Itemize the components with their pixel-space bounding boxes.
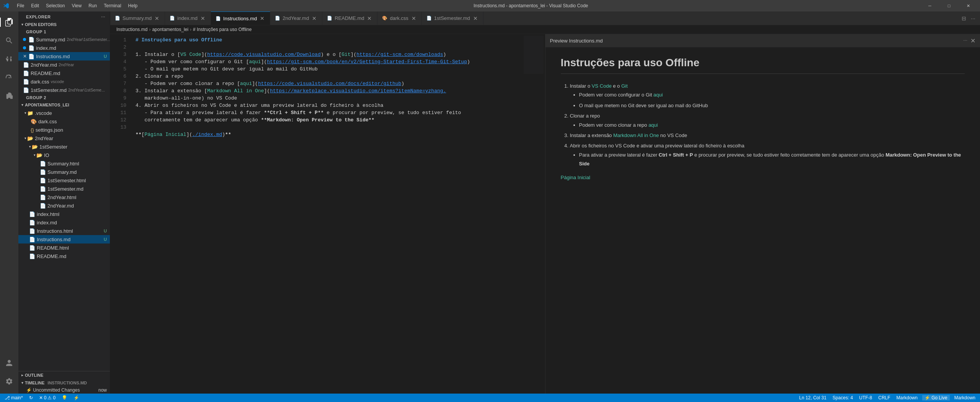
minimize-button[interactable]: ─	[921, 0, 939, 11]
folder-vscode[interactable]: ▾ 📁 .vscode	[18, 109, 110, 117]
open-file-summary-md[interactable]: 📄 Summary.md 2ndYear\1stSemester...	[18, 35, 110, 44]
go-live-item[interactable]: ⚡ Go Live	[922, 395, 950, 400]
markdown-all-in-one-link[interactable]: Markdown All in One	[613, 132, 659, 138]
activity-settings[interactable]	[0, 372, 18, 391]
timeline-uncommitted[interactable]: ⚡ Uncommitted Changes now	[18, 387, 110, 394]
tab-summary-md[interactable]: 📄 Summary.md ✕	[110, 11, 165, 25]
go-live-label: ⚡ Go Live	[924, 395, 947, 400]
file-instructions-html[interactable]: 📄 Instructions.html U	[18, 227, 110, 235]
open-editors-toggle[interactable]: ▾ Open Editors	[18, 21, 110, 28]
file-dark-css[interactable]: 🎨 dark.css	[18, 117, 110, 126]
markdown-item[interactable]: Markdown	[953, 395, 977, 400]
file-icon: 📄	[40, 161, 46, 167]
file-2ndyear-html[interactable]: 📄 2ndYear.html	[18, 193, 110, 201]
tab-close-button-2[interactable]: ✕	[200, 15, 206, 21]
menu-selection[interactable]: Selection	[43, 2, 68, 9]
activity-extensions[interactable]	[0, 87, 18, 105]
open-file-1stsemester-md[interactable]: 📄 1stSemester.md 2ndYear\1stSeme...	[18, 86, 110, 94]
sync-item[interactable]: ↻	[28, 395, 34, 400]
spaces-item[interactable]: Spaces: 4	[831, 395, 854, 400]
activity-source-control[interactable]	[0, 50, 18, 68]
split-editor-button[interactable]: ⊟	[960, 15, 968, 22]
file-icon: 📄	[29, 211, 35, 217]
activity-explorer[interactable]	[0, 13, 18, 31]
preview-close-button[interactable]: ✕	[970, 37, 975, 44]
chevron-down-icon-2: ▾	[21, 103, 23, 107]
timeline-toggle[interactable]: ▾ Timeline Instructions.md	[18, 379, 110, 387]
folder-io[interactable]: ▾ 📂 IO	[18, 151, 110, 159]
file-2ndyear-md[interactable]: 📄 2ndYear.md	[18, 201, 110, 210]
menu-run[interactable]: Run	[85, 2, 100, 9]
maximize-button[interactable]: □	[940, 0, 958, 11]
menu-help[interactable]: Help	[125, 2, 141, 9]
file-name: 2ndYear.md	[31, 62, 57, 68]
file-readme-md[interactable]: 📄 README.md	[18, 252, 110, 260]
menu-file[interactable]: File	[14, 2, 27, 9]
activity-debug[interactable]	[0, 68, 18, 87]
menu-edit[interactable]: Edit	[28, 2, 42, 9]
tab-close-button-6[interactable]: ✕	[411, 15, 417, 21]
tab-close-button-7[interactable]: ✕	[472, 15, 479, 21]
eol-item[interactable]: CRLF	[877, 395, 892, 400]
code-content[interactable]: # Instruções para uso Offline 1. Instala…	[129, 34, 522, 394]
cursor-position-item[interactable]: Ln 12, Col 31	[797, 395, 828, 400]
sidebar-menu-icon[interactable]: ···	[101, 15, 105, 19]
live-item[interactable]: ⚡	[72, 395, 81, 400]
code-editor[interactable]: 1 2 3 4 5 6 7 8 9 10 11 12 13	[110, 34, 545, 394]
apontamentos-lei-toggle[interactable]: ▾ APONTAMENTOS_LEI	[18, 101, 110, 109]
tab-instructions-md[interactable]: 📄 Instructions.md ✕	[211, 11, 270, 25]
activity-search[interactable]	[0, 31, 18, 50]
open-file-instructions-md[interactable]: ✕ 📄 Instructions.md U	[18, 52, 110, 60]
open-file-dark-css[interactable]: 📄 dark.css vscode	[18, 77, 110, 86]
open-file-2ndyear-md[interactable]: 📄 2ndYear.md 2ndYear	[18, 60, 110, 69]
breadcrumb-file[interactable]: Instructions.md	[116, 27, 147, 32]
preview-heading: Instruções para uso Offline	[561, 57, 965, 74]
file-path: 2ndYear	[59, 62, 74, 67]
tab-close-button[interactable]: ✕	[154, 15, 160, 21]
activity-accounts[interactable]	[0, 354, 18, 372]
file-summary-html[interactable]: 📄 Summary.html	[18, 159, 110, 168]
encoding-item[interactable]: UTF-8	[858, 395, 874, 400]
code-line-10: 4. Abrir os ficheiros no VS Code e ativa…	[136, 102, 522, 109]
tab-readme-md[interactable]: 📄 README.md ✕	[322, 11, 377, 25]
file-index-html[interactable]: 📄 index.html	[18, 210, 110, 218]
open-file-index-md[interactable]: 📄 index.md	[18, 44, 110, 52]
file-index-md-2ndyear[interactable]: 📄 index.md	[18, 218, 110, 227]
file-settings-json[interactable]: {} settings.json	[18, 126, 110, 134]
file-instructions-md-active[interactable]: 📄 Instructions.md U	[18, 235, 110, 243]
lightbulb-item[interactable]: 💡	[60, 395, 69, 400]
file-summary-md[interactable]: 📄 Summary.md	[18, 168, 110, 176]
aqui-link-2[interactable]: aqui	[648, 122, 658, 128]
file-1stsemester-md[interactable]: 📄 1stSemester.md	[18, 185, 110, 193]
tab-dark-css[interactable]: 🎨 dark.css ✕	[377, 11, 421, 25]
git-link[interactable]: Git	[621, 83, 628, 89]
tab-close-button-5[interactable]: ✕	[366, 15, 372, 21]
folder-2ndyear[interactable]: ▾ 📂 2ndYear	[18, 134, 110, 142]
folder-1stsemester[interactable]: ▾ 📂 1stSemester	[18, 142, 110, 151]
breadcrumb-folder[interactable]: apontamentos_lei	[152, 27, 188, 32]
menu-terminal[interactable]: Terminal	[101, 2, 124, 9]
errors-item[interactable]: ✕ 0 ⚠ 0	[38, 395, 57, 400]
window-controls: ─ □ ✕	[921, 0, 977, 11]
language-item[interactable]: Markdown	[895, 395, 919, 400]
vscode-link[interactable]: VS Code	[592, 83, 612, 89]
pagina-inicial-link[interactable]: Página Inicial	[561, 175, 590, 180]
outline-toggle[interactable]: ▸ Outline	[18, 371, 110, 379]
breadcrumb-section[interactable]: # Instruções para uso Offline	[193, 27, 252, 32]
sidebar: Explorer ··· ▾ Open Editors Group 1 📄 Su…	[18, 11, 110, 394]
open-file-readme-md[interactable]: 📄 README.md	[18, 69, 110, 77]
close-button[interactable]: ✕	[959, 0, 977, 11]
more-actions-button[interactable]: ···	[969, 15, 977, 22]
menu-view[interactable]: View	[69, 2, 85, 9]
file-readme-html[interactable]: 📄 README.html	[18, 243, 110, 252]
tab-2ndyear-md[interactable]: 📄 2ndYear.md ✕	[270, 11, 322, 25]
close-icon[interactable]: ✕	[23, 54, 27, 59]
git-branch-item[interactable]: ⎇ main*	[3, 395, 24, 400]
aqui-link-1[interactable]: aqui	[653, 92, 663, 98]
tab-close-button-4[interactable]: ✕	[311, 15, 317, 21]
tab-index-md[interactable]: 📄 index.md ✕	[165, 11, 211, 25]
file-1stsemester-html[interactable]: 📄 1stSemester.html	[18, 176, 110, 185]
preview-more-button[interactable]: ···	[963, 37, 967, 44]
tab-1stsemester-md[interactable]: 📄 1stSemester.md ✕	[422, 11, 483, 25]
tab-close-button-3[interactable]: ✕	[259, 15, 265, 21]
